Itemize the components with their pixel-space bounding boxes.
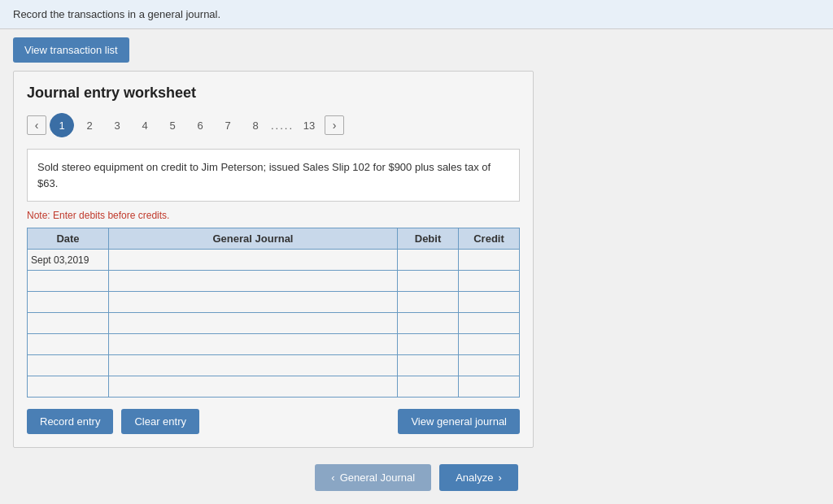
tab-prev-arrow[interactable]: ‹ <box>27 115 46 135</box>
instruction-bar: Record the transactions in a general jou… <box>0 0 833 29</box>
row-1-credit-input[interactable] <box>459 250 519 270</box>
row-5-date-input[interactable] <box>28 334 108 354</box>
row-1-credit[interactable] <box>459 250 520 271</box>
table-row <box>28 313 520 334</box>
row-2-date-input[interactable] <box>28 271 108 291</box>
header-date: Date <box>28 228 109 250</box>
row-4-debit[interactable] <box>398 313 459 334</box>
row-4-date[interactable] <box>28 313 109 334</box>
row-3-general[interactable] <box>109 292 398 313</box>
row-5-credit[interactable] <box>459 334 520 355</box>
row-3-credit-input[interactable] <box>459 292 519 312</box>
row-6-credit-input[interactable] <box>459 355 519 376</box>
row-2-credit[interactable] <box>459 271 520 292</box>
row-2-general-input[interactable] <box>109 271 397 291</box>
table-row: Sept 03,2019 <box>28 250 520 271</box>
row-5-credit-input[interactable] <box>459 334 519 354</box>
tab-next-arrow[interactable]: › <box>325 115 344 135</box>
row-1-date: Sept 03,2019 <box>28 250 109 271</box>
row-5-debit[interactable] <box>398 334 459 355</box>
tab-6[interactable]: 6 <box>188 113 212 137</box>
row-7-credit-input[interactable] <box>459 376 519 397</box>
row-2-general[interactable] <box>109 271 398 292</box>
forward-button[interactable]: Analyze › <box>439 464 518 491</box>
note-text: Note: Enter debits before credits. <box>27 210 520 221</box>
row-3-date-input[interactable] <box>28 292 108 312</box>
row-4-date-input[interactable] <box>28 313 108 333</box>
header-credit: Credit <box>459 228 520 250</box>
forward-label: Analyze <box>456 471 493 484</box>
row-6-date[interactable] <box>28 355 109 376</box>
tab-3[interactable]: 3 <box>105 113 129 137</box>
row-1-general-input[interactable] <box>109 250 397 270</box>
row-1-general[interactable] <box>109 250 398 271</box>
row-5-debit-input[interactable] <box>398 334 458 354</box>
row-1-debit[interactable] <box>398 250 459 271</box>
row-6-general-input[interactable] <box>109 355 397 376</box>
tab-8[interactable]: 8 <box>243 113 268 137</box>
row-7-debit[interactable] <box>398 376 459 398</box>
row-4-debit-input[interactable] <box>398 313 458 333</box>
row-3-general-input[interactable] <box>109 292 397 312</box>
row-7-date[interactable] <box>28 376 109 398</box>
worksheet-title: Journal entry worksheet <box>27 85 520 102</box>
row-2-debit-input[interactable] <box>398 271 458 291</box>
header-debit: Debit <box>398 228 459 250</box>
tab-5[interactable]: 5 <box>160 113 185 137</box>
row-6-date-input[interactable] <box>28 355 108 376</box>
table-row <box>28 355 520 376</box>
row-7-general[interactable] <box>109 376 398 398</box>
row-7-date-input[interactable] <box>28 376 108 397</box>
row-3-debit-input[interactable] <box>398 292 458 312</box>
description-box: Sold stereo equipment on credit to Jim P… <box>27 149 520 202</box>
table-row <box>28 271 520 292</box>
action-buttons: Record entry Clear entry View general jo… <box>27 409 520 434</box>
row-5-general[interactable] <box>109 334 398 355</box>
row-3-credit[interactable] <box>459 292 520 313</box>
forward-chevron-icon: › <box>498 471 501 484</box>
row-1-debit-input[interactable] <box>398 250 458 270</box>
row-3-debit[interactable] <box>398 292 459 313</box>
view-general-journal-button[interactable]: View general journal <box>398 409 520 434</box>
row-3-date[interactable] <box>28 292 109 313</box>
row-4-credit[interactable] <box>459 313 520 334</box>
back-button[interactable]: ‹ General Journal <box>315 464 431 491</box>
row-5-date[interactable] <box>28 334 109 355</box>
tab-dots: ..... <box>271 119 294 132</box>
row-7-general-input[interactable] <box>109 376 397 397</box>
instruction-text: Record the transactions in a general jou… <box>13 8 220 20</box>
clear-entry-button[interactable]: Clear entry <box>121 409 199 434</box>
row-7-credit[interactable] <box>459 376 520 398</box>
row-4-general-input[interactable] <box>109 313 397 333</box>
header-general-journal: General Journal <box>109 228 398 250</box>
row-6-debit[interactable] <box>398 355 459 376</box>
description-text: Sold stereo equipment on credit to Jim P… <box>37 161 491 189</box>
tab-2[interactable]: 2 <box>77 113 102 137</box>
row-6-general[interactable] <box>109 355 398 376</box>
back-label: General Journal <box>340 471 416 484</box>
row-5-general-input[interactable] <box>109 334 397 354</box>
view-transaction-button[interactable]: View transaction list <box>13 37 129 63</box>
back-chevron-icon: ‹ <box>331 471 334 484</box>
record-entry-button[interactable]: Record entry <box>27 409 113 434</box>
journal-table: Date General Journal Debit Credit Sept 0… <box>27 228 520 398</box>
tab-1[interactable]: 1 <box>50 113 74 137</box>
row-4-credit-input[interactable] <box>459 313 519 333</box>
tabs-row: ‹ 1 2 3 4 5 6 7 8 ..... 13 › <box>27 113 520 137</box>
bottom-navigation: ‹ General Journal Analyze › <box>0 464 833 504</box>
table-row <box>28 292 520 313</box>
row-6-debit-input[interactable] <box>398 355 458 376</box>
row-2-date[interactable] <box>28 271 109 292</box>
table-row <box>28 376 520 398</box>
row-2-debit[interactable] <box>398 271 459 292</box>
row-4-general[interactable] <box>109 313 398 334</box>
tab-13[interactable]: 13 <box>297 113 321 137</box>
row-6-credit[interactable] <box>459 355 520 376</box>
tab-7[interactable]: 7 <box>216 113 240 137</box>
row-7-debit-input[interactable] <box>398 376 458 397</box>
row-2-credit-input[interactable] <box>459 271 519 291</box>
table-row <box>28 334 520 355</box>
journal-entry-worksheet: Journal entry worksheet ‹ 1 2 3 4 5 6 7 … <box>13 71 534 448</box>
tab-4[interactable]: 4 <box>133 113 157 137</box>
